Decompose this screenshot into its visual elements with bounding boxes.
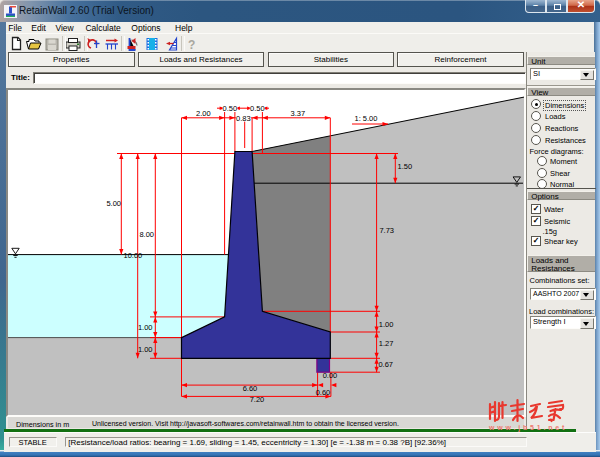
svg-text:5.00: 5.00	[106, 199, 121, 208]
svg-text:3.37: 3.37	[290, 109, 305, 118]
svg-text:0.83: 0.83	[236, 114, 251, 123]
svg-text:7.73: 7.73	[379, 226, 394, 235]
svg-text:6.60: 6.60	[243, 384, 258, 393]
svg-text:1: 5.00: 1: 5.00	[355, 114, 378, 123]
svg-text:0.00: 0.00	[323, 371, 338, 380]
svg-text:1.00: 1.00	[379, 320, 394, 329]
svg-text:7.20: 7.20	[250, 395, 265, 404]
svg-text:1.00: 1.00	[138, 345, 153, 354]
svg-text:0.50: 0.50	[250, 104, 265, 113]
svg-text:0.67: 0.67	[378, 360, 393, 369]
svg-text:1.27: 1.27	[379, 339, 394, 348]
svg-text:1.50: 1.50	[398, 162, 413, 171]
svg-text:10.00: 10.00	[124, 251, 143, 260]
svg-text:2.00: 2.00	[196, 109, 211, 118]
svg-text:0.50: 0.50	[223, 104, 238, 113]
svg-text:0.60: 0.60	[316, 388, 331, 397]
svg-text:www.jb51.net: www.jb51.net	[488, 424, 567, 432]
svg-text:?: ?	[188, 38, 195, 52]
svg-text:8.00: 8.00	[139, 230, 154, 239]
svg-text:1.00: 1.00	[138, 323, 153, 332]
